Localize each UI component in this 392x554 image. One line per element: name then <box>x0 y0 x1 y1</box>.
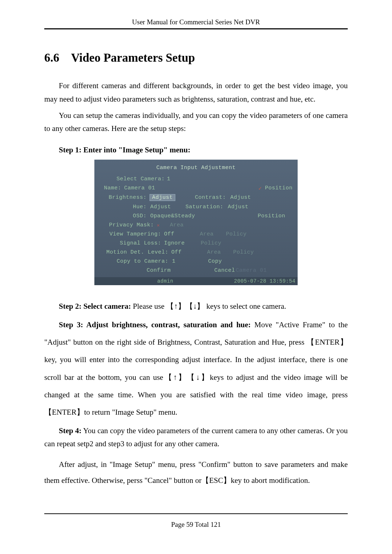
osd-position-button[interactable]: Position <box>258 213 285 219</box>
cancel-button[interactable]: Cancel <box>215 267 235 274</box>
text: Please use <box>131 302 164 311</box>
motion-area-button: Area <box>207 249 221 255</box>
step-2-label: Step 2: Select camera: <box>59 302 131 311</box>
name-label: Name: <box>99 185 121 191</box>
position-button[interactable]: Position <box>265 185 293 191</box>
contrast-label: Contrast: <box>195 194 226 201</box>
status-user: admin <box>97 278 234 284</box>
paragraph-intro-1: For different cameras and different back… <box>44 79 348 106</box>
brightness-adjust-button[interactable]: Adjust <box>150 194 175 201</box>
osd-value[interactable]: Opaque&Steady <box>150 213 195 219</box>
paragraph-intro-2: You can setup the cameras individually, … <box>44 109 348 136</box>
page-footer: Page 59 Total 121 <box>44 513 348 529</box>
page-number: Page 59 Total 121 <box>44 521 348 529</box>
row-copy: Copy to Camera: 1 Copy <box>99 257 293 266</box>
ghost-text: Camera 01 <box>236 267 267 274</box>
view-tampering-value[interactable]: Off <box>164 231 175 237</box>
dvr-title: Camera Input Adjustment <box>99 163 293 175</box>
text: keys to select one camera. <box>204 302 286 311</box>
row-signal-loss: Signal Loss: Ignore Policy <box>99 239 293 248</box>
section-number: 6.6 <box>44 51 59 64</box>
arrow-keys-symbol: 【↑】【↓】 <box>166 302 204 310</box>
page-total-label: Total <box>193 521 211 528</box>
row-name: Name: Camera 01 Position <box>99 184 293 193</box>
saturation-label: Saturation: <box>185 204 224 210</box>
signal-policy-button: Policy <box>201 240 221 246</box>
row-view-tampering: View Tampering: Off Area Policy <box>99 230 293 239</box>
status-bar: admin 2005-07-28 13:59:54 <box>94 277 298 285</box>
page-label: Page <box>171 521 186 528</box>
motion-value[interactable]: Off <box>171 249 182 255</box>
text: You can copy the video parameters of the… <box>44 426 348 448</box>
signal-loss-label: Signal Loss: <box>99 240 161 246</box>
page-current: 59 <box>186 521 193 528</box>
copy-camera-value[interactable]: 1 <box>172 258 176 264</box>
after-adjust-paragraph: After adjust, in "Image Setup" menu, pre… <box>44 456 348 488</box>
osd-label: OSD: <box>99 213 147 219</box>
hue-label: Hue: <box>99 204 147 210</box>
copy-button[interactable]: Copy <box>208 258 222 264</box>
copy-label: Copy to Camera: <box>99 258 168 264</box>
running-header: User Manual for Commercial Series Net DV… <box>44 18 348 29</box>
step-4-label: Step 4: <box>59 426 82 435</box>
step-4-paragraph: Step 4: You can copy the video parameter… <box>44 424 348 451</box>
text: For different cameras and different back… <box>44 81 348 103</box>
text: Move "Active Frame" to the "Adjust" butt… <box>44 320 348 416</box>
row-osd: OSD: Opaque&Steady Position <box>99 212 293 221</box>
contrast-adjust-button[interactable]: Adjust <box>230 194 251 201</box>
row-privacy-mask: Privacy Mask: Area <box>99 221 293 230</box>
step-2-paragraph: Step 2: Select camera: Please use 【↑】【↓】… <box>44 300 348 313</box>
row-confirm-cancel: Confirm Cancel Camera 01 <box>99 266 293 275</box>
status-timestamp: 2005-07-28 13:59:54 <box>234 278 295 284</box>
row-brightness-contrast: Brightness: Adjust Contrast: Adjust <box>99 193 293 202</box>
step-1-heading: Step 1: Enter into "Image Setup" menu: <box>59 145 348 155</box>
step-3-paragraph: Step 3: Adjust brightness, contrast, sat… <box>44 316 348 421</box>
x-icon[interactable] <box>157 223 162 228</box>
hue-adjust-button[interactable]: Adjust <box>150 204 171 210</box>
footer-rule <box>44 513 348 514</box>
embedded-screenshot: Camera Input Adjustment Select Camera: 1… <box>94 160 298 285</box>
privacy-area-button: Area <box>170 222 184 228</box>
section-title: Video Parameters Setup <box>71 51 195 64</box>
dvr-menu-window: Camera Input Adjustment Select Camera: 1… <box>94 160 298 285</box>
text: After adjust, in "Image Setup" menu, pre… <box>44 460 348 485</box>
select-camera-label: Select Camera: <box>99 176 165 182</box>
step-3-label: Step 3: Adjust brightness, contrast, sat… <box>59 320 251 329</box>
brightness-label: Brightness: <box>99 194 147 201</box>
view-area-button: Area <box>200 231 214 237</box>
confirm-button[interactable]: Confirm <box>147 267 171 274</box>
view-policy-button: Policy <box>226 231 247 237</box>
row-select-camera: Select Camera: 1 <box>99 175 293 184</box>
text: You can setup the cameras individually, … <box>44 111 348 133</box>
section-heading: 6.6 Video Parameters Setup <box>44 51 348 65</box>
select-camera-value[interactable]: 1 <box>167 176 171 182</box>
check-icon[interactable] <box>258 186 264 191</box>
privacy-mask-label: Privacy Mask: <box>99 222 154 228</box>
motion-policy-button: Policy <box>233 249 254 255</box>
view-tampering-label: View Tampering: <box>99 231 161 237</box>
row-motion: Motion Det. Level: Off Area Policy <box>99 248 293 257</box>
signal-loss-value[interactable]: Ignore <box>164 240 185 246</box>
document-page: User Manual for Commercial Series Net DV… <box>0 0 392 554</box>
name-value[interactable]: Camera 01 <box>124 185 155 191</box>
saturation-adjust-button[interactable]: Adjust <box>228 204 249 210</box>
motion-label: Motion Det. Level: <box>99 249 168 255</box>
row-hue-saturation: Hue: Adjust Saturation: Adjust <box>99 202 293 212</box>
page-total: 121 <box>211 521 221 528</box>
